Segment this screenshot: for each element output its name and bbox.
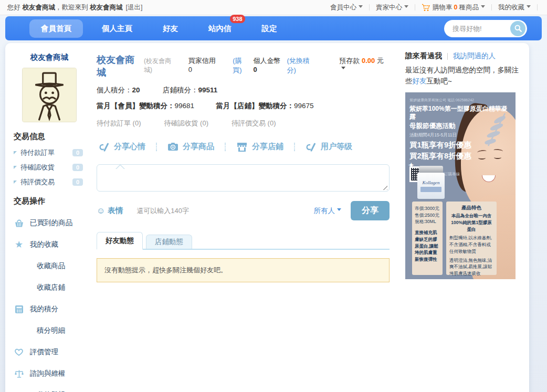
caret-down-icon — [359, 5, 363, 10]
caret-down-icon — [404, 5, 408, 10]
sidebar-item-favorite-shops[interactable]: 收藏店鋪 — [37, 283, 93, 292]
monthly-points-row: 當月【會員】變動積分：99681 當月【店鋪】變動積分：99675 — [97, 101, 390, 111]
count-badge: 0 — [72, 178, 83, 186]
menu-label: 收藏店鋪 — [37, 283, 65, 291]
shop-points-label: 店鋪積分： — [163, 86, 198, 94]
profile-header: 校友會商城 (校友會商城) 買家信用0 (購買) 個人金幣 0 (兌換積分) 預… — [97, 54, 390, 79]
ad-title: 紫妍萃100%第一型膠原蛋白精華凝露 — [405, 103, 516, 121]
status-composer — [97, 164, 390, 194]
sidebar-item-pending-receipt[interactable]: 待確認收貨 0 — [14, 163, 93, 172]
camera-icon — [167, 142, 178, 151]
cart-label: 購物車 — [433, 3, 453, 12]
favorites-label: 我的收藏 — [498, 3, 524, 12]
main-column: 校友會商城 (校友會商城) 買家信用0 (購買) 個人金幣 0 (兌換積分) 預… — [93, 48, 398, 392]
menu-label: 收藏商品 — [37, 262, 65, 270]
menu-label: 諮詢與維權 — [30, 369, 66, 378]
menu-label: 評價管理 — [30, 347, 58, 357]
ad-offer-1: 買1瓶享有9折優惠 — [405, 139, 492, 150]
ad-company-line: 紫妍健康商業有限公司 電話:062586242 — [405, 92, 516, 103]
avatar[interactable] — [22, 68, 77, 122]
deposit[interactable]: 預存款 0.00 元 — [339, 56, 390, 73]
sidebar-item-purchased-goods[interactable]: 已買到的商品 — [14, 218, 93, 228]
search-input[interactable] — [453, 25, 505, 33]
pending-payment[interactable]: 待付款訂單 (0) — [97, 119, 141, 128]
coin-value: 0 — [253, 66, 257, 73]
main-navbar: 會員首頁 個人主頁 好友 站內信 938 設定 — [5, 16, 542, 40]
share-shop-tab[interactable]: 分享店鋪 — [226, 142, 294, 152]
visitors-header: 誰來看過我 我訪問過的人 — [405, 51, 519, 61]
tab-settings[interactable]: 設定 — [250, 19, 289, 38]
product-label-strip — [420, 187, 441, 192]
deposit-unit: 元 — [377, 57, 384, 65]
composer-toolbar: ☺ 表情 還可以輸入140字 所有人 分享 — [97, 201, 390, 220]
ad-feature-text: 劑型獨特,以水維基劑,不含酒精,不含香料或任何致敏物質 — [449, 235, 493, 255]
profile-alt-name: (校友會商城) — [144, 57, 178, 75]
tab-shop-updates[interactable]: 店鋪動態 — [146, 235, 192, 249]
sidebar-item-pending-payment[interactable]: 待付款訂單 0 — [14, 148, 93, 157]
topbar-sitename: 校友會商城 — [90, 3, 123, 12]
exchange-points-link[interactable]: (兌換積分) — [287, 56, 317, 75]
logout-link[interactable]: [退出] — [125, 3, 142, 12]
ad-subtitle: 母親節優惠活動 — [405, 121, 516, 131]
ad-market-price: 市價:3000元 — [415, 205, 440, 212]
share-tab-label: 分享店鋪 — [252, 142, 283, 152]
sidebar-item-my-favorites[interactable]: ★ 我的收藏 — [14, 240, 93, 249]
cart-count: 0 — [454, 4, 458, 11]
share-mood-tab[interactable]: 分享心情 — [97, 142, 156, 152]
buyer-credit: 買家信用0 — [188, 56, 218, 73]
shop-points-value: 99511 — [198, 86, 218, 94]
ad-feature-title: 產品特色 — [449, 204, 493, 211]
caret-down-icon — [481, 5, 485, 10]
corner-marker-icon — [14, 151, 17, 154]
sidebar-item-pending-review[interactable]: 待評價交易 0 — [14, 177, 93, 187]
product-jar: Kollagen — [417, 173, 445, 199]
caret-down-icon — [527, 5, 531, 10]
smiley-icon: ☺ — [97, 207, 105, 215]
trade-item-label: 待付款訂單 — [20, 148, 55, 157]
sidebar-item-favorite-goods[interactable]: 收藏商品 — [37, 261, 93, 271]
emoji-button[interactable]: ☺ 表情 — [97, 206, 123, 216]
greeting-welcome: ，歡迎來到 — [55, 3, 88, 12]
main-card: 校友會商城 交易信息 待付款訂單 0 待確認收貨 0 — [5, 43, 529, 392]
user-level-tab[interactable]: 用户等级 — [295, 142, 363, 152]
divider — [537, 4, 538, 10]
tab-friend-updates[interactable]: 好友動態 — [97, 232, 143, 250]
pending-review[interactable]: 待評價交易 (0) — [232, 119, 276, 128]
member-center-menu[interactable]: 會員中心 — [330, 3, 363, 12]
sidebar-item-my-points[interactable]: 我的積分 — [14, 304, 93, 314]
cart-menu[interactable]: 購物車 0 種商品 — [422, 3, 485, 12]
friends-link[interactable]: 好友 — [413, 77, 427, 85]
topbar-username: 校友會商城 — [22, 3, 55, 12]
ad-period: 活動期間4月15-5月11日 — [405, 131, 516, 139]
menu-label: 我的積分 — [30, 304, 58, 314]
caret-down-icon — [337, 208, 341, 213]
tab-label: 會員首頁 — [41, 24, 71, 33]
favorites-menu[interactable]: 我的收藏 — [498, 3, 531, 12]
buy-link[interactable]: (購買) — [233, 56, 250, 75]
tab-member-home[interactable]: 會員首頁 — [29, 19, 83, 38]
seller-center-menu[interactable]: 賣家中心 — [376, 3, 408, 12]
share-product-tab[interactable]: 分享商品 — [157, 142, 225, 152]
product-jar-lid — [419, 166, 443, 173]
share-button[interactable]: 分享 — [351, 201, 390, 220]
seller-center-label: 賣家中心 — [376, 3, 402, 12]
divider — [415, 4, 415, 10]
sidebar-item-points-detail[interactable]: 積分明細 — [37, 326, 93, 335]
tab-friends[interactable]: 好友 — [151, 19, 190, 38]
sidebar-shop-title: 校友會商城 — [14, 52, 85, 62]
menu-label: 已買到的商品 — [30, 218, 72, 228]
visited-people-link[interactable]: 我訪問過的人 — [453, 51, 496, 61]
basket-icon — [14, 219, 24, 228]
coin-label-text: 個人金幣 — [253, 57, 280, 65]
sidebar-item-consult-rights[interactable]: 諮詢與維權 — [14, 369, 93, 378]
pending-receipt[interactable]: 待確認收貨 (0) — [164, 119, 209, 128]
topbar: 您好 校友會商城 ，歡迎來到 校友會商城 [退出] 會員中心 賣家中心 購物車 … — [0, 0, 547, 15]
tab-personal-page[interactable]: 個人主頁 — [90, 19, 144, 38]
pending-row: 待付款訂單 (0) 待確認收貨 (0) 待評價交易 (0) — [97, 119, 390, 128]
search-button[interactable] — [510, 21, 525, 36]
status-textarea[interactable] — [97, 164, 390, 192]
tab-messages[interactable]: 站內信 938 — [197, 19, 243, 38]
sidebar-item-review-management[interactable]: 評價管理 — [14, 347, 93, 357]
audience-select[interactable]: 所有人 — [314, 206, 342, 216]
promo-ad[interactable]: 紫妍健康商業有限公司 電話:062586242 紫妍萃100%第一型膠原蛋白精華… — [405, 92, 516, 279]
